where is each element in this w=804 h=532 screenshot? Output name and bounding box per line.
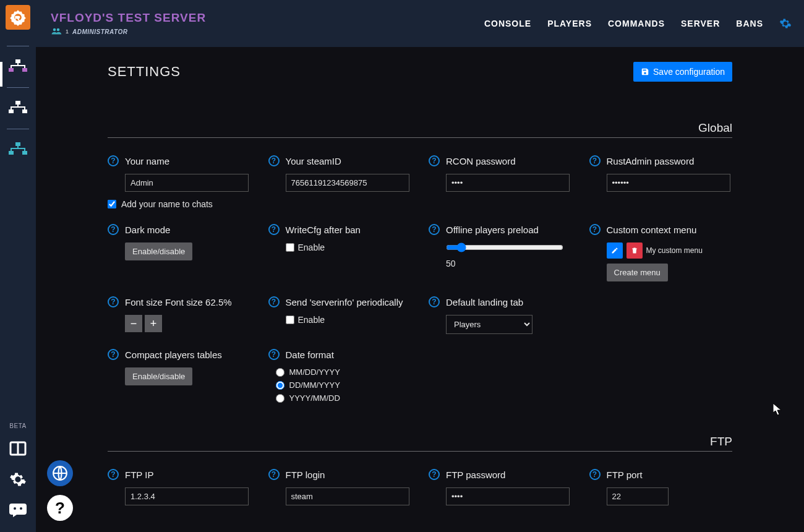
ftp-password-label: FTP password xyxy=(446,470,505,480)
help-icon[interactable]: ? xyxy=(268,155,280,166)
steamid-label: Your steamID xyxy=(286,156,341,166)
beta-label: BETA xyxy=(9,423,26,429)
help-icon[interactable]: ? xyxy=(108,155,119,166)
fontsize-increase-button[interactable]: + xyxy=(145,315,162,332)
ftp-port-input[interactable] xyxy=(607,487,669,505)
ftp-login-input[interactable] xyxy=(286,487,409,505)
offline-preload-label: Offline players preload xyxy=(446,225,539,235)
add-name-to-chats-checkbox[interactable] xyxy=(108,200,116,208)
edit-menu-button[interactable] xyxy=(607,242,623,259)
writecfg-enable-checkbox[interactable] xyxy=(286,243,294,252)
gear-icon xyxy=(9,471,27,488)
rcon-password-input[interactable] xyxy=(446,174,570,192)
ftp-port-label: FTP port xyxy=(607,470,643,480)
admin-count: 1 xyxy=(66,28,69,35)
rail-node-1[interactable] xyxy=(5,54,31,80)
svg-point-11 xyxy=(53,28,56,32)
help-icon[interactable]: ? xyxy=(589,469,601,480)
dateformat-dmy-radio[interactable] xyxy=(276,381,284,390)
discord-button[interactable] xyxy=(6,499,30,522)
discord-icon xyxy=(9,504,27,517)
settings-button[interactable] xyxy=(6,468,30,491)
help-button[interactable]: ? xyxy=(47,495,73,521)
your-name-input[interactable] xyxy=(125,174,249,192)
server-title: VFLOYD'S TEST SERVER xyxy=(51,11,206,25)
landing-tab-label: Default landing tab xyxy=(446,297,523,307)
columns-icon xyxy=(9,441,27,456)
help-icon[interactable]: ? xyxy=(589,224,601,235)
landing-tab-select[interactable]: Players xyxy=(446,315,532,334)
dateformat-label: Date format xyxy=(286,350,334,360)
compact-toggle-button[interactable]: Enable/disable xyxy=(125,367,192,385)
svg-rect-1 xyxy=(22,68,27,72)
rail-node-2[interactable] xyxy=(5,95,31,121)
help-icon[interactable]: ? xyxy=(429,155,440,166)
serverinfo-enable-checkbox[interactable] xyxy=(286,315,294,324)
nav-server[interactable]: SERVER xyxy=(681,19,720,28)
help-icon[interactable]: ? xyxy=(108,224,119,235)
ftp-password-input[interactable] xyxy=(446,487,570,505)
steamid-input[interactable] xyxy=(286,174,409,192)
help-icon[interactable]: ? xyxy=(268,296,280,307)
columns-button[interactable] xyxy=(6,437,30,460)
custom-menu-item: My custom menu xyxy=(646,246,703,255)
section-global: Global xyxy=(108,121,732,138)
svg-rect-7 xyxy=(22,151,27,155)
custom-menu-label: Custom context menu xyxy=(607,225,697,235)
help-icon[interactable]: ? xyxy=(108,349,119,360)
page-title: SETTINGS xyxy=(108,64,181,80)
trash-icon xyxy=(631,247,638,254)
rustadmin-password-input[interactable] xyxy=(607,174,730,192)
help-icon[interactable]: ? xyxy=(268,469,280,480)
help-icon[interactable]: ? xyxy=(589,155,601,166)
network-icon xyxy=(9,101,27,116)
pencil-icon xyxy=(611,247,618,254)
dateformat-ymd-radio[interactable] xyxy=(276,394,284,403)
network-icon xyxy=(9,59,27,74)
darkmode-label: Dark mode xyxy=(125,225,170,235)
globe-icon xyxy=(52,465,68,481)
nav-console[interactable]: CONSOLE xyxy=(484,19,531,28)
offline-preload-value: 50 xyxy=(446,259,572,268)
ftp-login-label: FTP login xyxy=(286,470,325,480)
topbar: VFLOYD'S TEST SERVER 1 ADMINISTRATOR CON… xyxy=(36,0,804,47)
left-rail: BETA xyxy=(0,0,36,532)
save-icon xyxy=(641,67,649,76)
admin-role: ADMINISTRATOR xyxy=(72,28,127,35)
svg-point-12 xyxy=(57,28,60,32)
help-icon[interactable]: ? xyxy=(429,296,440,307)
writecfg-label: WriteCfg after ban xyxy=(286,225,361,235)
nav-players[interactable]: PLAYERS xyxy=(547,19,592,28)
fontsize-decrease-button[interactable]: − xyxy=(125,315,142,332)
settings-gear[interactable] xyxy=(779,17,792,30)
dateformat-mdy-radio[interactable] xyxy=(276,368,284,377)
rustadmin-label: RustAdmin password xyxy=(607,156,695,166)
ftp-ip-input[interactable] xyxy=(125,487,249,505)
svg-rect-6 xyxy=(9,151,14,155)
create-menu-button[interactable]: Create menu xyxy=(607,264,668,281)
svg-rect-2 xyxy=(15,59,20,63)
nav-commands[interactable]: COMMANDS xyxy=(608,19,665,28)
compact-label: Compact players tables xyxy=(125,350,222,360)
network-icon xyxy=(9,142,27,157)
save-configuration-button[interactable]: Save configuration xyxy=(633,62,732,82)
darkmode-toggle-button[interactable]: Enable/disable xyxy=(125,242,192,260)
svg-rect-4 xyxy=(22,109,27,113)
help-icon[interactable]: ? xyxy=(429,224,440,235)
help-icon[interactable]: ? xyxy=(268,349,280,360)
svg-rect-0 xyxy=(9,68,14,72)
fontsize-label: Font size Font size 62.5% xyxy=(125,297,232,307)
globe-button[interactable] xyxy=(47,460,73,486)
help-icon[interactable]: ? xyxy=(429,469,440,480)
help-icon[interactable]: ? xyxy=(108,296,119,307)
svg-rect-3 xyxy=(9,109,14,113)
offline-preload-slider[interactable] xyxy=(446,242,563,252)
delete-menu-button[interactable] xyxy=(627,242,643,259)
rcon-label: RCON password xyxy=(446,156,516,166)
rail-node-3[interactable] xyxy=(5,137,31,163)
nav-bans[interactable]: BANS xyxy=(736,19,763,28)
app-logo[interactable] xyxy=(6,5,30,30)
help-icon[interactable]: ? xyxy=(268,224,280,235)
your-name-label: Your name xyxy=(125,156,169,166)
help-icon[interactable]: ? xyxy=(108,469,119,480)
